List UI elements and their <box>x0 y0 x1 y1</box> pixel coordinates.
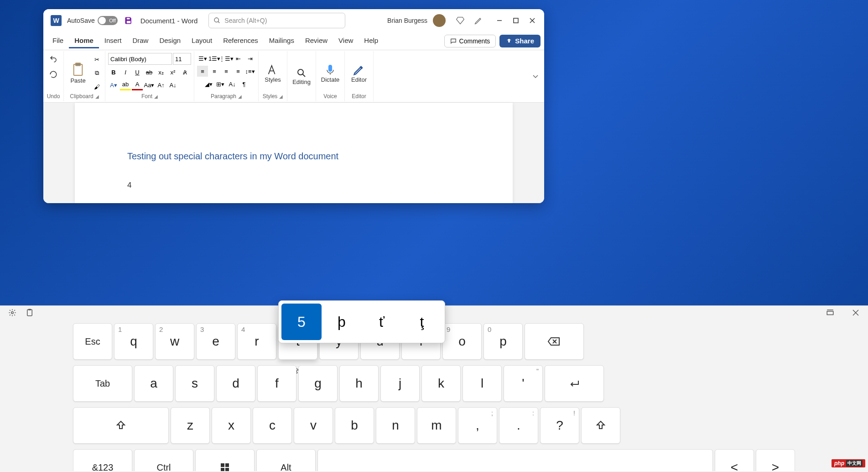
key-f[interactable]: f <box>257 365 296 402</box>
diamond-icon[interactable] <box>456 16 465 25</box>
subscript-button[interactable]: x₂ <box>156 67 166 78</box>
increase-indent-button[interactable]: ⇥ <box>244 53 255 64</box>
superscript-button[interactable]: x² <box>167 67 178 78</box>
pen-icon[interactable] <box>474 16 483 25</box>
key-l[interactable]: l <box>463 365 502 402</box>
editor-button[interactable]: Editor <box>348 62 370 85</box>
key-o[interactable]: 9o <box>442 323 482 360</box>
styles-launcher-icon[interactable]: ◢ <box>279 94 283 99</box>
key-windows[interactable] <box>195 449 255 471</box>
key-m[interactable]: m <box>417 407 456 444</box>
highlight-button[interactable]: ab <box>120 79 131 90</box>
font-name-select[interactable] <box>108 53 172 65</box>
menu-item-help[interactable]: Help <box>359 34 384 48</box>
grow-font-button[interactable]: A↑ <box>156 79 166 90</box>
maximize-button[interactable] <box>508 12 524 29</box>
cut-button[interactable]: ✂ <box>91 54 102 65</box>
key-question[interactable]: !? <box>540 407 579 444</box>
collapse-ribbon-button[interactable] <box>527 73 544 79</box>
key-j[interactable]: j <box>380 365 420 402</box>
key-v[interactable]: v <box>294 407 333 444</box>
key-x[interactable]: x <box>212 407 251 444</box>
copy-button[interactable]: ⧉ <box>91 68 102 79</box>
key-123[interactable]: &123 <box>73 449 132 471</box>
menu-item-insert[interactable]: Insert <box>99 34 127 48</box>
key-a[interactable]: a <box>134 365 173 402</box>
menu-item-layout[interactable]: Layout <box>186 34 218 48</box>
key-e[interactable]: 3e <box>196 323 235 360</box>
keyboard-close-icon[interactable] <box>852 309 860 317</box>
key-s[interactable]: s <box>175 365 214 402</box>
align-left-button[interactable]: ≡ <box>197 66 208 77</box>
paragraph-launcher-icon[interactable]: ◢ <box>238 94 242 99</box>
format-painter-button[interactable]: 🖌 <box>91 81 102 92</box>
menu-item-mailings[interactable]: Mailings <box>264 34 300 48</box>
key-z[interactable]: z <box>171 407 210 444</box>
key-b[interactable]: b <box>335 407 374 444</box>
keyboard-clipboard-icon[interactable] <box>26 309 34 317</box>
key-c[interactable]: c <box>253 407 292 444</box>
popup-item-2[interactable]: ť <box>362 304 402 340</box>
document-page[interactable]: Testing out special characters in my Wor… <box>75 103 513 203</box>
redo-button[interactable] <box>47 68 60 80</box>
borders-button[interactable]: ⊞▾ <box>215 79 226 89</box>
popup-item-1[interactable]: þ <box>322 304 362 340</box>
clipboard-launcher-icon[interactable]: ◢ <box>95 94 99 99</box>
multilevel-button[interactable]: ⋮☰▾ <box>221 53 232 64</box>
share-button[interactable]: Share <box>499 35 541 47</box>
keyboard-settings-icon[interactable] <box>8 309 16 317</box>
menu-item-references[interactable]: References <box>218 34 264 48</box>
search-box[interactable]: Search (Alt+Q) <box>208 13 345 28</box>
key-alt[interactable]: Alt <box>256 449 316 471</box>
styles-button[interactable]: Styles <box>261 62 284 85</box>
text-effects-button[interactable]: A▾ <box>108 79 119 90</box>
save-icon[interactable] <box>124 16 133 25</box>
key-shift-right[interactable] <box>581 407 620 444</box>
shrink-font-button[interactable]: A↓ <box>167 79 178 90</box>
key-d[interactable]: d <box>216 365 255 402</box>
shading-button[interactable]: ◢▾ <box>203 79 214 89</box>
underline-button[interactable]: U <box>132 67 143 78</box>
font-launcher-icon[interactable]: ◢ <box>154 94 158 99</box>
undo-button[interactable] <box>46 53 61 65</box>
keyboard-dock-icon[interactable] <box>826 309 834 317</box>
align-right-button[interactable]: ≡ <box>221 66 232 77</box>
key-r[interactable]: 4r <box>237 323 276 360</box>
key-p[interactable]: 0p <box>483 323 523 360</box>
menu-item-draw[interactable]: Draw <box>127 34 154 48</box>
font-size-select[interactable] <box>173 53 191 65</box>
key-h[interactable]: h <box>339 365 379 402</box>
align-center-button[interactable]: ≡ <box>209 66 220 77</box>
bullets-button[interactable]: ☰▾ <box>197 53 208 64</box>
key-arrow-left[interactable]: < <box>715 449 754 471</box>
popup-item-0[interactable]: 5 <box>281 304 322 340</box>
key-backspace[interactable] <box>525 323 584 360</box>
key-k[interactable]: k <box>421 365 461 402</box>
decrease-indent-button[interactable]: ⇤ <box>233 53 244 64</box>
sort-button[interactable]: A↓ <box>227 79 238 89</box>
key-ctrl[interactable]: Ctrl <box>134 449 193 471</box>
comments-button[interactable]: Comments <box>444 35 496 47</box>
menu-item-design[interactable]: Design <box>154 34 186 48</box>
key-g[interactable]: g <box>298 365 338 402</box>
justify-button[interactable]: ≡ <box>233 66 244 77</box>
menu-item-review[interactable]: Review <box>300 34 333 48</box>
key-shift-left[interactable] <box>73 407 169 444</box>
popup-item-3[interactable]: ţ <box>402 304 442 340</box>
paste-button[interactable]: Paste <box>67 61 89 86</box>
paragraph-marks-button[interactable]: ¶ <box>239 79 249 89</box>
key-period[interactable]: :. <box>499 407 538 444</box>
key-comma[interactable]: ;, <box>458 407 497 444</box>
key-enter[interactable] <box>545 365 604 402</box>
avatar[interactable] <box>433 14 446 27</box>
menu-item-file[interactable]: File <box>47 34 69 48</box>
minimize-button[interactable] <box>491 12 508 29</box>
key-arrow-right[interactable]: > <box>756 449 795 471</box>
numbering-button[interactable]: 1☰▾ <box>209 53 220 64</box>
key-esc[interactable]: Esc <box>73 323 112 360</box>
key-w[interactable]: 2w <box>155 323 194 360</box>
key-tab[interactable]: Tab <box>73 365 132 402</box>
key-space[interactable] <box>317 449 713 471</box>
line-spacing-button[interactable]: ↕≡▾ <box>244 66 255 77</box>
key-n[interactable]: n <box>376 407 415 444</box>
